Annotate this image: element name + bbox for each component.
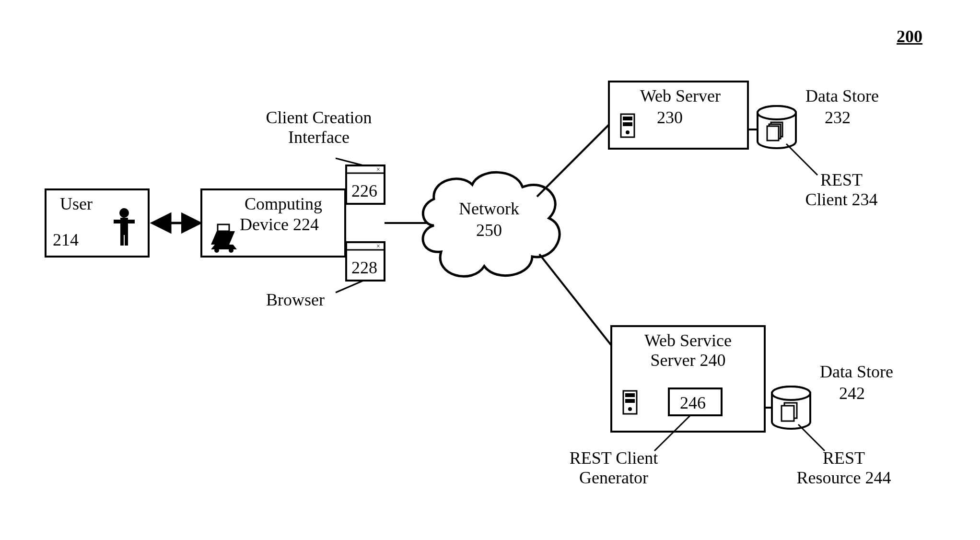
svg-point-21 (626, 130, 630, 134)
cloud-to-webserver (537, 125, 609, 197)
computing-device-ref: 224 (293, 215, 319, 234)
rest-resource-line1: REST (777, 448, 911, 468)
browser-label: Browser (266, 290, 325, 310)
svg-rect-2 (120, 218, 128, 235)
wss-line1: Web Service (623, 331, 753, 351)
rest-resource-line2: Resource 244 (777, 468, 911, 488)
client-creation-interface-label: Client Creation Interface (257, 108, 381, 148)
rest-resource-leader (798, 424, 825, 451)
data-store-232 (758, 106, 796, 148)
rcg-line2: Generator (551, 468, 676, 488)
svg-text:×: × (376, 243, 380, 250)
rest-client-line2: Client 234 (789, 190, 894, 210)
cci-line1: Client Creation (257, 108, 381, 128)
rest-resource-ref: 244 (865, 468, 891, 487)
svg-rect-19 (623, 117, 632, 120)
browser-ref: 228 (351, 258, 377, 278)
svg-rect-3 (114, 220, 120, 223)
web-server-label: Web Server (640, 86, 721, 106)
rest-resource-line2-text: Resource (797, 468, 861, 487)
device-to-cci (345, 189, 346, 206)
rest-client-ref: 234 (852, 190, 878, 209)
rcg-leader (654, 415, 690, 451)
web-service-server-label: Web Service Server 240 (623, 331, 753, 371)
rest-client-label: REST Client 234 (789, 170, 894, 210)
svg-rect-30 (625, 399, 635, 403)
web-server-ref: 230 (657, 108, 683, 128)
cci-leader (336, 158, 363, 165)
svg-text:×: × (376, 166, 380, 173)
data-store-242-label: Data Store (820, 362, 893, 382)
wss-line2-text: Server (651, 351, 696, 370)
rest-client-line1: REST (789, 170, 894, 190)
cci-line2: Interface (257, 128, 381, 147)
network-label: Network (448, 199, 530, 219)
svg-point-33 (772, 387, 810, 400)
data-store-232-label: Data Store (805, 86, 879, 106)
svg-rect-6 (125, 235, 128, 246)
device-to-browser (345, 240, 346, 259)
rest-resource-label: REST Resource 244 (777, 448, 911, 488)
computing-device-label2-text: Device (240, 215, 289, 234)
svg-point-23 (758, 106, 796, 119)
user-ref: 214 (53, 230, 79, 250)
svg-point-1 (119, 208, 129, 218)
rest-client-line2-text: Client (805, 190, 848, 209)
wss-ref: 240 (700, 351, 725, 370)
inner-246-ref: 246 (680, 393, 706, 413)
wss-line2: Server 240 (623, 351, 753, 370)
rest-client-generator-label: REST Client Generator (551, 448, 676, 488)
browser-leader (336, 281, 363, 293)
computing-device-label1: Computing (245, 194, 322, 214)
svg-point-31 (628, 407, 632, 411)
svg-rect-29 (625, 393, 635, 397)
svg-point-9 (214, 248, 219, 253)
svg-rect-20 (623, 122, 632, 126)
svg-rect-4 (128, 220, 135, 223)
computing-device-label2: Device 224 (240, 215, 319, 235)
svg-point-10 (229, 248, 233, 253)
svg-rect-35 (782, 406, 794, 421)
data-store-242-ref: 242 (839, 384, 865, 403)
rcg-line1: REST Client (551, 448, 676, 468)
svg-rect-8 (218, 224, 229, 231)
cci-ref: 226 (351, 181, 377, 201)
data-store-242 (772, 387, 810, 429)
cloud-to-webservice (539, 254, 611, 345)
data-store-232-ref: 232 (825, 108, 851, 128)
svg-rect-5 (120, 235, 124, 246)
svg-rect-26 (767, 126, 779, 141)
user-label: User (60, 194, 93, 214)
network-ref: 250 (448, 221, 530, 240)
